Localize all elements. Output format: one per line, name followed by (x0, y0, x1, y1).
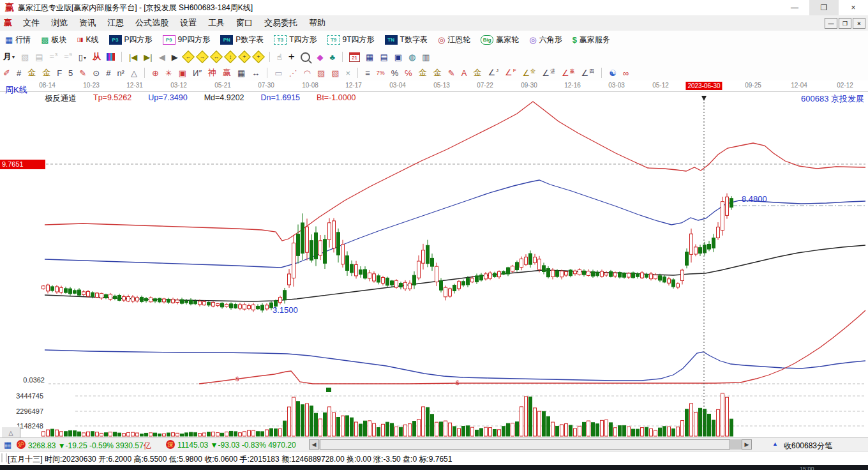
toolbar-p-number-table[interactable]: PNP数字表 (215, 34, 269, 45)
draw-brush-icon[interactable]: ✐ (3, 68, 10, 78)
gold-circle-icon[interactable]: 金 (419, 67, 427, 79)
print-icon[interactable]: ▥ (422, 52, 430, 62)
jump-center-icon[interactable]: + (238, 50, 251, 63)
angle-jin-icon[interactable]: ∠进 (542, 68, 555, 78)
menu-window[interactable]: 窗口 (230, 15, 258, 31)
menu-browse[interactable]: 浏览 (45, 15, 73, 31)
angle-four-icon[interactable]: ∠四 (581, 68, 595, 78)
jump-horizontal-icon[interactable]: ↔ (210, 50, 223, 63)
marker-icon[interactable]: ◆ (317, 52, 324, 62)
toolbar-gann-wheel[interactable]: ◎江恩轮 (433, 34, 475, 45)
nav-prev-icon[interactable]: ◀ (159, 52, 165, 62)
zoom-icon[interactable] (301, 52, 310, 62)
ink-icon[interactable]: ✎ (448, 68, 455, 78)
menu-trade-order[interactable]: 交易委托 (258, 15, 303, 31)
grid-red2-icon[interactable]: ▧ (331, 68, 339, 78)
a-tool-icon[interactable]: A (461, 68, 467, 78)
percent7-icon[interactable]: 7% (377, 70, 385, 76)
tick-feed-label[interactable]: 收600683分笔 (784, 441, 832, 451)
fan2-icon[interactable]: × (346, 68, 351, 78)
period-month-icon[interactable]: 月▾ (3, 51, 15, 63)
gann-grid2-icon[interactable]: # (106, 68, 110, 78)
ruler-grid-icon[interactable]: ▦ (237, 68, 245, 78)
percent-icon[interactable]: % (391, 68, 399, 78)
jump-all-icon[interactable]: + (252, 50, 265, 63)
toolbar-9t-square[interactable]: T99T四方形 (322, 34, 380, 45)
scrollbar-thumb[interactable] (320, 439, 730, 450)
hand-icon[interactable]: ☝ (277, 52, 282, 62)
chart3-icon[interactable]: ≈3 (50, 52, 58, 61)
gold-levels-icon[interactable]: 金 (473, 67, 481, 79)
grid-red1-icon[interactable]: ▨ (317, 68, 325, 78)
candle-style-icon[interactable]: ▯▾ (79, 52, 86, 62)
wave-count-icon[interactable]: И″ (193, 68, 202, 78)
infinity-icon[interactable]: ∞ (623, 68, 629, 78)
angle-win-icon[interactable]: ∠赢 (562, 68, 575, 78)
menu-gann[interactable]: 江恩 (101, 15, 130, 31)
gann-grid1-icon[interactable]: # (17, 68, 21, 78)
scroll-left-button[interactable]: ◀ (309, 439, 319, 450)
nav-first-icon[interactable]: |◀ (129, 52, 137, 62)
square-box-icon[interactable]: ▣ (179, 68, 186, 78)
frame-icon[interactable]: ▭ (274, 68, 282, 78)
gold-grid2-icon[interactable]: 金 (42, 67, 50, 79)
child-minimize-button[interactable]: — (825, 18, 837, 29)
spiral-icon[interactable]: 5 (68, 68, 73, 78)
price-ruler-icon[interactable]: ≡ (365, 68, 370, 78)
gold-grid1-icon[interactable]: 金 (27, 67, 36, 79)
close-button[interactable]: × (839, 0, 868, 15)
fib-grid-icon[interactable]: F (57, 68, 62, 78)
color-chart-icon[interactable] (107, 53, 115, 61)
angle-f-icon[interactable]: ∠F (505, 68, 516, 77)
jump-left-icon[interactable]: ← (182, 50, 195, 63)
toolbar-hexagon[interactable]: ◎六角形 (524, 34, 567, 45)
yinyang-icon[interactable]: ☯ (609, 68, 617, 78)
toolbar-t-square[interactable]: T3T四方形 (269, 34, 322, 45)
dual-kline-icon[interactable]: 从 (93, 51, 101, 63)
jump-vertical-icon[interactable]: ↕ (224, 50, 237, 63)
jump-right-icon[interactable]: → (196, 50, 209, 63)
arc-icon[interactable]: ◠ (304, 68, 311, 78)
menu-tools[interactable]: 工具 (202, 15, 230, 31)
toolbar-t-number-table[interactable]: TNT数字表 (380, 34, 433, 45)
menu-file[interactable]: 文件 (17, 15, 45, 31)
chart-canvas[interactable]: 3444745229649711482480.0362$$8.48003.150… (0, 80, 868, 437)
child-close-button[interactable]: × (853, 18, 865, 29)
time-cycle-icon[interactable]: ⊙ (93, 68, 100, 78)
toolbar-kline[interactable]: ▯▮K线 (72, 34, 104, 45)
angle-mirror-icon[interactable]: △ (131, 68, 137, 78)
nav-last-icon[interactable]: ▶| (144, 52, 152, 62)
clipboard-icon[interactable]: ▤ (35, 52, 43, 62)
restore-button[interactable]: ❐ (809, 0, 839, 15)
shen-icon[interactable]: 神 (208, 67, 216, 79)
quote-grid-icon[interactable]: ▦ (4, 440, 11, 450)
star-rays-icon[interactable]: ✳ (165, 68, 172, 78)
minimize-button[interactable]: — (780, 0, 809, 15)
toolbar-sectors[interactable]: ▩板块 (36, 34, 71, 45)
square-n2-icon[interactable]: n² (117, 68, 124, 78)
chart9-icon[interactable]: ≈9 (64, 52, 72, 61)
toolbar-winner-wheel[interactable]: Big赢家轮 (475, 34, 524, 45)
menu-settings[interactable]: 设置 (174, 15, 202, 31)
fan-lines-icon[interactable]: ⋰ (289, 68, 297, 78)
menu-formula-pick[interactable]: 公式选股 (130, 15, 174, 31)
toolbar-p-square[interactable]: P3P四方形 (104, 34, 158, 45)
horizontal-scrollbar[interactable]: ◀ ▶ (309, 439, 752, 450)
knot-icon[interactable]: ♣ (330, 52, 336, 62)
menu-help[interactable]: 帮助 (303, 15, 331, 31)
save-icon[interactable]: ▣ (394, 52, 402, 62)
angle-gold-icon[interactable]: ∠金 (523, 68, 536, 78)
toolbar-9p-square[interactable]: P99P四方形 (158, 34, 216, 45)
toolbar-quotes[interactable]: ▦行情 (0, 34, 36, 45)
menu-news[interactable]: 资讯 (73, 15, 101, 31)
scroll-right-button[interactable]: ▶ (742, 439, 752, 450)
calendar-icon[interactable]: 21 (349, 52, 360, 62)
h-measure-icon[interactable]: ↔ (251, 68, 260, 78)
gold-line-icon[interactable]: 金 (433, 67, 442, 79)
crosshair-icon[interactable]: + (288, 50, 295, 63)
calculator-icon[interactable]: ▦ (366, 52, 373, 62)
nav-next-icon[interactable]: ▶ (172, 52, 178, 62)
export-icon[interactable]: ◍ (408, 52, 415, 62)
memo-icon[interactable]: ▤ (380, 52, 387, 62)
draw-pen-icon[interactable]: ✎ (79, 68, 86, 78)
